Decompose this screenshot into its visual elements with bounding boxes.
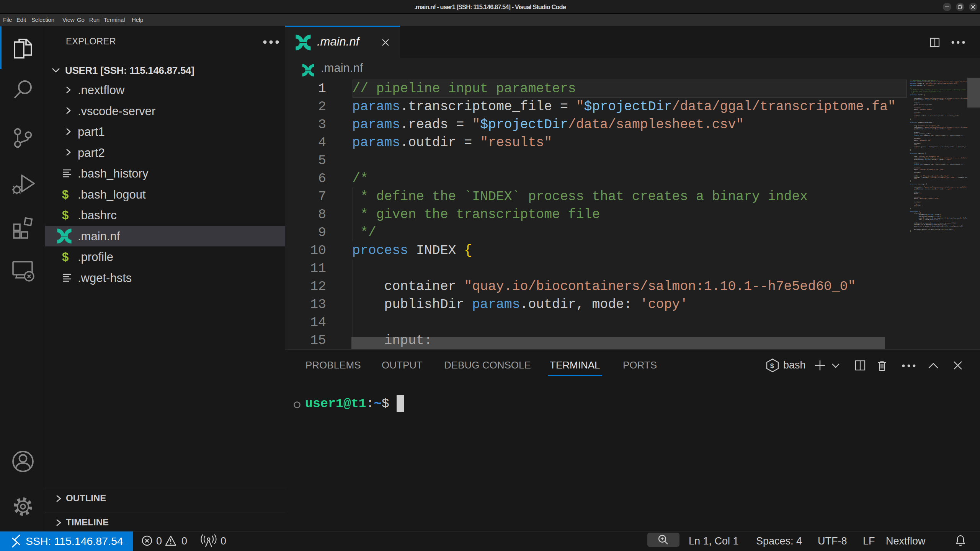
svg-text:$: $ (770, 362, 774, 370)
